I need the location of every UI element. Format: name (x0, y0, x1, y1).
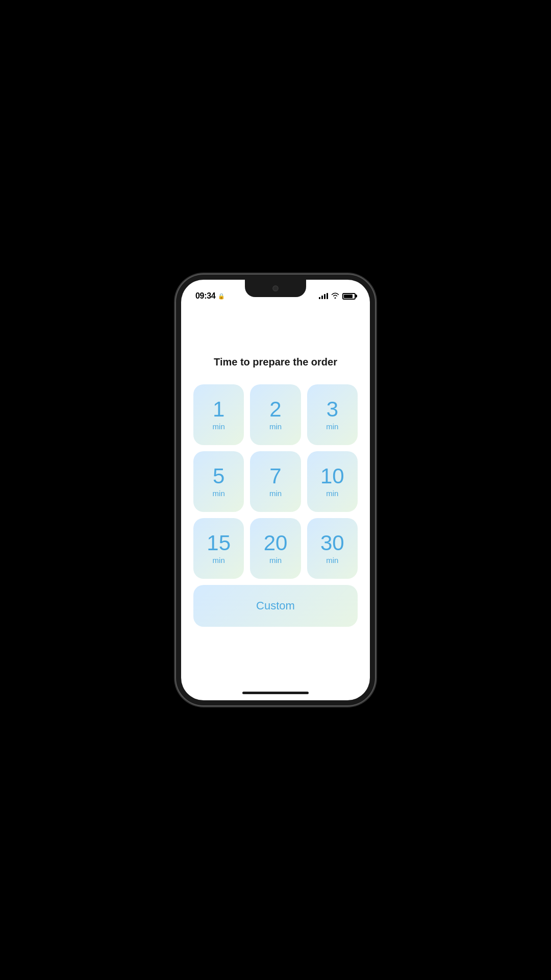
time-unit: min (269, 556, 282, 565)
time-unit: min (269, 422, 282, 431)
signal-icon (319, 293, 328, 299)
custom-button[interactable]: Custom (193, 585, 358, 627)
phone-frame: 09:34 🔒 (176, 275, 375, 705)
battery-icon (342, 293, 356, 300)
time-unit: min (326, 489, 338, 498)
home-indicator (181, 685, 370, 700)
time-options-grid: 1 min 2 min 3 min 5 min 7 min (193, 384, 358, 579)
time-option-15min[interactable]: 15 min (193, 518, 244, 579)
time-option-2min[interactable]: 2 min (250, 384, 300, 445)
wifi-icon (331, 292, 339, 300)
time-option-7min[interactable]: 7 min (250, 451, 300, 512)
status-time: 09:34 (195, 291, 215, 301)
time-option-3min[interactable]: 3 min (307, 384, 358, 445)
home-bar (242, 692, 309, 694)
time-unit: min (213, 422, 225, 431)
time-value: 7 (269, 465, 281, 487)
lock-icon: 🔒 (218, 293, 225, 300)
time-value: 3 (327, 399, 338, 420)
phone-screen: 09:34 🔒 (181, 280, 370, 700)
time-option-1min[interactable]: 1 min (193, 384, 244, 445)
time-value: 30 (320, 532, 344, 554)
time-value: 15 (207, 532, 231, 554)
main-content: Time to prepare the order 1 min 2 min 3 … (181, 305, 370, 685)
time-unit: min (213, 556, 225, 565)
time-value: 5 (213, 465, 224, 487)
time-option-10min[interactable]: 10 min (307, 451, 358, 512)
time-unit: min (269, 489, 282, 498)
time-option-5min[interactable]: 5 min (193, 451, 244, 512)
camera (272, 285, 279, 291)
time-value: 10 (320, 465, 344, 487)
notch (245, 280, 306, 297)
custom-label: Custom (256, 599, 295, 612)
time-value: 1 (213, 399, 224, 420)
time-option-30min[interactable]: 30 min (307, 518, 358, 579)
time-value: 2 (269, 399, 281, 420)
time-option-20min[interactable]: 20 min (250, 518, 300, 579)
time-unit: min (213, 489, 225, 498)
page-title: Time to prepare the order (214, 356, 337, 368)
time-value: 20 (264, 532, 288, 554)
time-unit: min (326, 556, 338, 565)
status-icons (319, 292, 356, 300)
time-unit: min (326, 422, 338, 431)
